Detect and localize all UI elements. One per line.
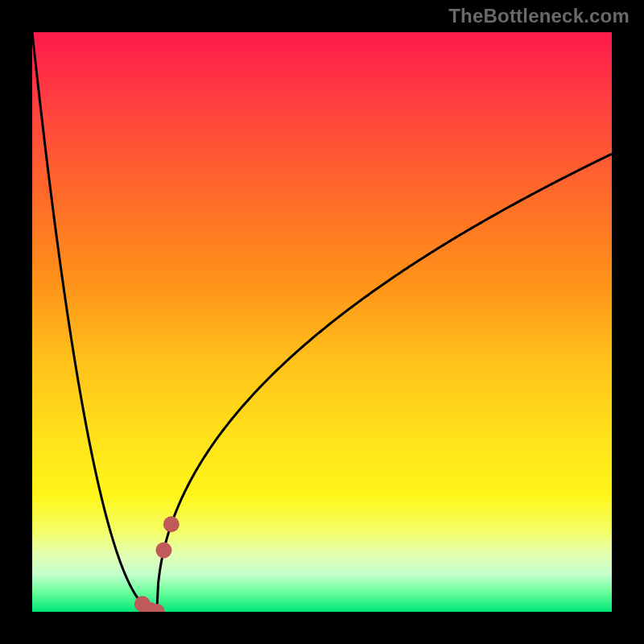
chart-canvas bbox=[0, 0, 644, 644]
optimal-marker-dot bbox=[163, 516, 180, 532]
optimal-marker-dot bbox=[149, 604, 165, 620]
gradient-background bbox=[32, 32, 612, 612]
chart-frame: TheBottleneck.com bbox=[0, 0, 644, 644]
optimal-marker-dot bbox=[155, 543, 171, 559]
watermark-text: TheBottleneck.com bbox=[448, 5, 630, 27]
